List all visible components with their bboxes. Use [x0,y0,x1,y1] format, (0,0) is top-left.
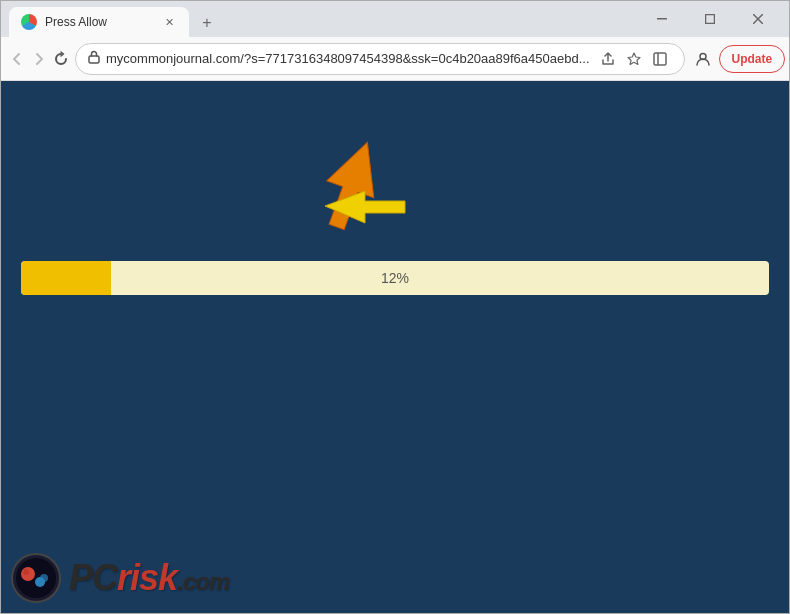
address-bar[interactable]: mycommonjournal.com/?s=77173163480974543… [75,43,685,75]
svg-point-11 [16,558,56,598]
domain-text: .com [177,568,229,595]
reload-button[interactable] [53,45,69,73]
tab-strip: Press Allow ✕ + [9,1,635,37]
maximize-button[interactable] [687,1,733,37]
svg-marker-9 [313,134,391,236]
back-button[interactable] [9,45,25,73]
arrows-indicator [295,131,415,261]
window-controls [639,1,781,37]
progress-fill [21,261,111,295]
tab-title: Press Allow [45,15,153,29]
svg-rect-0 [657,18,667,20]
new-tab-button[interactable]: + [193,9,221,37]
svg-rect-1 [706,15,715,24]
tab-close-button[interactable]: ✕ [161,14,177,30]
browser-window: Press Allow ✕ + [0,0,790,614]
svg-rect-4 [89,56,99,63]
address-bar-actions [596,47,672,71]
title-bar: Press Allow ✕ + [1,1,789,37]
forward-button[interactable] [31,45,47,73]
sidebar-icon-button[interactable] [648,47,672,71]
update-button[interactable]: Update [719,45,786,73]
progress-label: 12% [381,270,409,286]
bookmark-icon-button[interactable] [622,47,646,71]
toolbar-right: Update ⋮ [691,45,790,73]
svg-marker-5 [628,53,640,65]
pc-text: PC [69,557,117,598]
url-text: mycommonjournal.com/?s=77173163480974543… [106,51,590,66]
minimize-button[interactable] [639,1,685,37]
svg-point-15 [40,574,48,582]
pcrisk-icon [11,553,61,603]
tab-favicon [21,14,37,30]
toolbar: mycommonjournal.com/?s=77173163480974543… [1,37,789,81]
close-button[interactable] [735,1,781,37]
svg-rect-6 [654,53,666,65]
profile-button[interactable] [691,47,715,71]
progress-bar-container: 12% [21,261,769,295]
share-icon-button[interactable] [596,47,620,71]
page-content: 12% PCrisk.com [1,81,789,613]
lock-icon [88,50,100,67]
pcrisk-logo: PCrisk.com [11,553,229,603]
pcrisk-text-logo: PCrisk.com [69,557,229,599]
active-tab[interactable]: Press Allow ✕ [9,7,189,37]
svg-point-13 [23,569,29,575]
risk-text: risk [117,557,177,598]
